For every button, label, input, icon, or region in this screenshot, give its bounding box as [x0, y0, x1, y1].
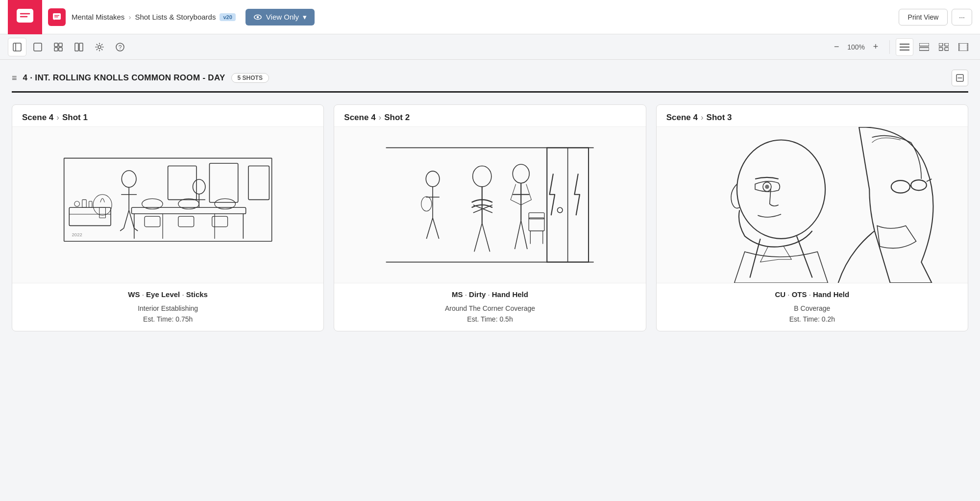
- shot-1-sketch-svg: 2022: [12, 127, 323, 283]
- card-2-est: Est. Time: 0.5h: [334, 314, 645, 331]
- svg-rect-29: [945, 43, 949, 46]
- scene-header: ≡ 4 · INT. ROLLING KNOLLS COMMON ROOM - …: [0, 60, 980, 91]
- card-2-dot-1: ·: [465, 290, 469, 299]
- card-3-sketch[interactable]: [657, 126, 968, 283]
- svg-rect-11: [13, 43, 21, 51]
- svg-point-112: [765, 185, 769, 189]
- list-view-icon: [900, 43, 909, 51]
- app-name[interactable]: Mental Mistakes: [72, 13, 124, 21]
- card-1-meta: WS · Eye Level · Sticks: [12, 283, 323, 301]
- sidebar-toggle-button[interactable]: [8, 38, 26, 56]
- shots-grid: Scene 4 › Shot 1: [0, 93, 980, 343]
- svg-rect-0: [17, 9, 33, 22]
- view-mode-buttons: [896, 38, 972, 56]
- app-header: Mental Mistakes › Shot Lists & Storyboar…: [0, 0, 980, 34]
- svg-rect-15: [59, 43, 62, 47]
- version-badge: v20: [220, 13, 235, 21]
- svg-point-20: [98, 46, 101, 49]
- card-1-meta-3: Sticks: [186, 290, 208, 299]
- svg-rect-27: [919, 48, 929, 50]
- svg-rect-5: [53, 13, 61, 20]
- grid-view-icon: [939, 43, 949, 51]
- collapse-button[interactable]: [952, 70, 968, 86]
- help-button[interactable]: ?: [111, 38, 129, 56]
- card-1-est: Est. Time: 0.75h: [12, 314, 323, 331]
- collapse-icon: [956, 74, 964, 82]
- card-3-sep: ›: [701, 113, 704, 123]
- scene-number: 4: [23, 73, 28, 82]
- svg-rect-19: [79, 43, 83, 51]
- card-2-description: Around The Corner Coverage: [334, 301, 645, 314]
- card-1-scene: Scene 4: [22, 113, 53, 123]
- shot-2-sketch-svg: [334, 127, 645, 283]
- card-1-dot-1: ·: [142, 290, 146, 299]
- card-2-meta: MS · Dirty · Hand Held: [334, 283, 645, 301]
- card-2-shot: Shot 2: [384, 113, 410, 123]
- card-2-header: Scene 4 › Shot 2: [334, 105, 645, 126]
- breadcrumb-sep1: ›: [128, 13, 131, 21]
- section-name[interactable]: Shot Lists & Storyboards: [135, 13, 216, 21]
- svg-rect-43: [49, 127, 288, 283]
- shot-card-1: Scene 4 › Shot 1: [12, 104, 324, 331]
- panel-toggle-button[interactable]: [28, 38, 47, 56]
- sidebar-icon: [12, 42, 22, 52]
- card-3-shot: Shot 3: [707, 113, 732, 123]
- print-view-button[interactable]: Print View: [899, 9, 948, 25]
- svg-rect-105: [693, 127, 932, 283]
- card-1-meta-2: Eye Level: [146, 290, 180, 299]
- card-3-dot-2: ·: [809, 290, 813, 299]
- film-view-button[interactable]: [955, 38, 972, 56]
- card-3-scene: Scene 4: [666, 113, 698, 123]
- svg-rect-14: [54, 43, 58, 47]
- svg-text:?: ?: [119, 44, 122, 51]
- header-chat-icon: [52, 12, 62, 22]
- list-view-button[interactable]: [896, 38, 913, 56]
- settings-icon: [95, 42, 104, 52]
- settings-button[interactable]: [90, 38, 109, 56]
- split-toggle-button[interactable]: [70, 38, 88, 56]
- svg-text:2022: 2022: [72, 232, 82, 237]
- toolbar: ? − 100% +: [0, 34, 980, 60]
- svg-rect-17: [59, 48, 62, 51]
- card-2-meta-1: MS: [452, 290, 463, 299]
- card-2-sketch[interactable]: [334, 126, 645, 283]
- card-1-sep: ›: [56, 113, 59, 123]
- card-3-meta-2: OTS: [792, 290, 807, 299]
- svg-point-10: [257, 16, 259, 18]
- row-view-button[interactable]: [915, 38, 933, 56]
- app-icon: [8, 0, 42, 34]
- dropdown-arrow: ▾: [303, 13, 307, 22]
- row-view-icon: [919, 43, 929, 51]
- shots-count: 5 SHOTS: [238, 75, 263, 81]
- header-actions: Print View ···: [899, 9, 972, 25]
- svg-rect-80: [370, 127, 610, 283]
- card-1-shot: Shot 1: [62, 113, 88, 123]
- eye-icon: [253, 13, 262, 22]
- card-1-header: Scene 4 › Shot 1: [12, 105, 323, 126]
- card-3-dot-1: ·: [787, 290, 791, 299]
- card-2-dot-2: ·: [488, 290, 491, 299]
- grid-toggle-button[interactable]: [49, 38, 68, 56]
- view-only-button[interactable]: View Only ▾: [245, 9, 315, 25]
- card-2-sep: ›: [379, 113, 382, 123]
- card-1-dot-2: ·: [182, 290, 186, 299]
- grid-icon: [53, 42, 63, 52]
- card-3-header: Scene 4 › Shot 3: [657, 105, 968, 126]
- svg-rect-13: [34, 43, 42, 51]
- svg-rect-26: [919, 43, 929, 46]
- zoom-in-button[interactable]: +: [868, 39, 883, 55]
- svg-rect-18: [75, 43, 78, 51]
- scene-dot: ·: [30, 73, 35, 82]
- card-1-sketch[interactable]: 2022: [12, 126, 323, 283]
- grid-view-button[interactable]: [935, 38, 953, 56]
- card-2-scene: Scene 4: [344, 113, 375, 123]
- breadcrumb: Mental Mistakes › Shot Lists & Storyboar…: [72, 13, 236, 21]
- split-icon: [74, 42, 84, 52]
- chat-icon: [15, 7, 35, 27]
- zoom-out-button[interactable]: −: [829, 39, 844, 55]
- panel-icon: [33, 42, 43, 52]
- more-options-button[interactable]: ···: [952, 9, 972, 25]
- shots-badge: 5 SHOTS: [231, 73, 269, 83]
- svg-rect-28: [939, 43, 943, 46]
- view-only-label: View Only: [266, 13, 299, 21]
